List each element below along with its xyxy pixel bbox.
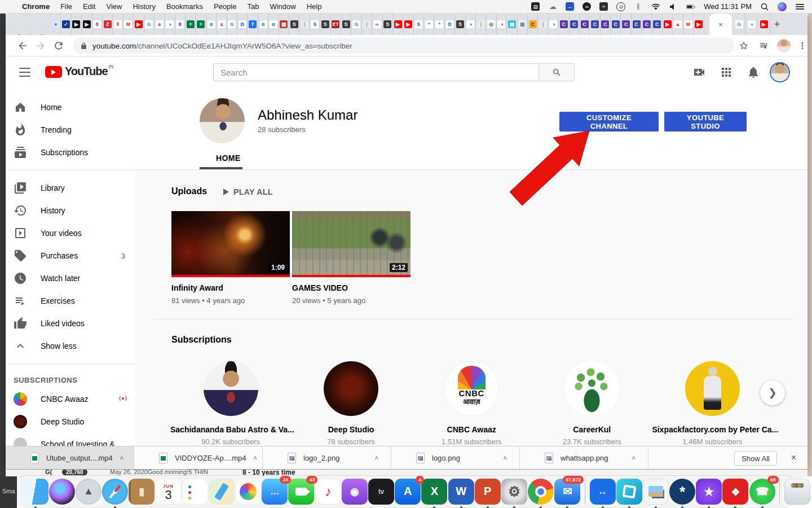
sidebar-item-library[interactable]: Library — [6, 177, 135, 199]
browser-tab[interactable]: $ — [414, 14, 424, 35]
dock-teamviewer-icon[interactable]: ↔ — [590, 479, 616, 505]
sidecar-icon[interactable]: ⌯ — [599, 2, 608, 11]
browser-tab[interactable]: C — [590, 14, 600, 35]
address-bar[interactable]: youtube.com/channel/UCoCkOdEe1AHJIqmYArW… — [73, 38, 734, 54]
browser-tab[interactable]: ◑ — [745, 14, 758, 35]
browser-tab[interactable]: C — [611, 14, 621, 35]
notification-center-icon[interactable] — [795, 2, 804, 11]
menu-item-window[interactable]: Window — [270, 2, 295, 11]
video-thumbnail[interactable]: 2:12 — [292, 211, 411, 277]
youtube-logo[interactable]: YouTube IN — [45, 65, 114, 78]
dock-mail-icon[interactable]: ✉37,972 — [554, 479, 580, 505]
channel-name[interactable]: CNBC Awaaz — [411, 425, 532, 434]
dock-appletv-icon[interactable]: tv — [368, 479, 394, 505]
sidebar-item-exercises[interactable]: Exercises — [6, 290, 135, 312]
video-card[interactable]: 2:12GAMES VIDEO20 views • 5 years ago — [292, 211, 411, 305]
download-item[interactable]: Utube_output....mp4˄ — [6, 446, 134, 469]
channel-name[interactable]: Sixpackfactory.com by Peter Ca... — [652, 425, 773, 434]
tab-home[interactable]: HOME — [216, 154, 241, 163]
browser-tab[interactable]: ET — [331, 14, 341, 35]
menu-item-help[interactable]: Help — [307, 2, 322, 11]
sidebar-item-liked-videos[interactable]: Liked videos — [6, 312, 135, 335]
browser-tab[interactable]: 8 — [92, 14, 103, 35]
dock-calendar-icon[interactable]: JUN3 — [156, 479, 182, 505]
sidebar-item-subscriptions[interactable]: Subscriptions — [6, 141, 135, 164]
download-chevron-icon[interactable]: ˄ — [375, 454, 378, 461]
sidebar-item-home[interactable]: Home — [6, 96, 135, 119]
channel-avatar[interactable] — [685, 361, 740, 416]
subscription-channel-card[interactable]: Deep Studio78 subscribers — [291, 361, 412, 446]
browser-tab[interactable]: ▲ — [673, 14, 683, 35]
dock-facetime-icon[interactable]: 43 — [288, 479, 314, 505]
dock-imovie-icon[interactable]: ★ — [696, 479, 722, 505]
browser-tab[interactable]: * — [424, 14, 434, 35]
sidebar-item-watch-later[interactable]: Watch later — [6, 267, 135, 290]
channel-avatar[interactable] — [204, 361, 258, 416]
dock-preview-icon[interactable] — [643, 479, 669, 505]
sidebar-item-your-videos[interactable]: Your videos — [6, 222, 135, 244]
volume-icon[interactable] — [669, 2, 678, 11]
extension-playlist-icon[interactable] — [759, 41, 770, 52]
browser-tab[interactable]: ▶ — [663, 14, 673, 35]
dock-word-icon[interactable]: W — [448, 479, 474, 505]
bookmark-star-icon[interactable] — [739, 41, 750, 52]
browser-tab[interactable]: ‖ — [113, 14, 123, 35]
video-title[interactable]: Infinity Award — [171, 283, 290, 292]
dock-finder-icon[interactable] — [23, 479, 48, 505]
channel-avatar[interactable] — [564, 361, 619, 416]
menu-item-people[interactable]: People — [214, 2, 236, 11]
browser-tab[interactable]: * — [434, 14, 444, 35]
sidebar-item-purchases[interactable]: Purchases3 — [6, 244, 135, 267]
browser-tab[interactable]: ● — [51, 14, 61, 35]
browser-tab[interactable]: B — [237, 14, 248, 35]
dock-clover-icon[interactable]: * — [669, 479, 695, 505]
dock-reddiamond-icon[interactable]: ◆ — [722, 479, 748, 505]
bluetooth-icon[interactable]: ᛒ — [634, 2, 643, 11]
download-chevron-icon[interactable]: ˄ — [504, 454, 507, 461]
menu-item-file[interactable]: File — [60, 2, 72, 11]
dock-trash-icon[interactable] — [784, 479, 810, 505]
browser-tab[interactable]: ▶ — [134, 14, 144, 35]
sidebar-subscription-school-of-investing-[interactable]: School of Investing & — [6, 433, 135, 446]
browser-tab[interactable]: ◑ — [165, 14, 175, 35]
customize-channel-button[interactable]: CUSTOMIZE CHANNEL — [559, 112, 659, 132]
browser-tab[interactable]: | — [362, 14, 372, 35]
dock-chrome-icon[interactable] — [528, 479, 554, 505]
account-avatar[interactable] — [771, 63, 789, 81]
dock-launchpad-icon[interactable]: ▲ — [76, 479, 102, 505]
browser-tab[interactable]: ◑ — [497, 14, 507, 35]
browser-tab[interactable]: f — [248, 14, 258, 35]
channel-avatar[interactable] — [324, 361, 378, 416]
channel-name[interactable]: Deep Studio — [291, 425, 412, 434]
downloads-close-icon[interactable]: × — [791, 453, 796, 463]
menu-app-name[interactable]: Chrome — [22, 2, 50, 11]
browser-tab[interactable]: + — [196, 14, 206, 35]
battery-icon[interactable] — [686, 2, 695, 11]
profile-avatar[interactable] — [777, 39, 791, 52]
menu-item-tab[interactable]: Tab — [247, 2, 259, 11]
sidebar-item-history[interactable]: History — [6, 199, 135, 222]
browser-tab[interactable]: S — [455, 14, 465, 35]
dock-sysprefs-icon[interactable]: ⚙ — [501, 479, 527, 505]
browser-tab[interactable]: ∞ — [372, 14, 382, 35]
browser-tab[interactable]: S — [289, 14, 299, 35]
browser-tab[interactable]: ▶ — [694, 14, 704, 35]
reload-button[interactable] — [53, 40, 64, 51]
browser-tab[interactable]: + — [186, 14, 196, 35]
browser-tab[interactable]: 8 — [175, 14, 186, 35]
forward-button[interactable] — [35, 40, 46, 51]
browser-tab[interactable]: G — [144, 14, 155, 35]
siri-icon[interactable] — [778, 2, 787, 11]
sidebar-item-show-less[interactable]: Show less — [6, 335, 135, 357]
browser-tab[interactable]: | — [299, 14, 310, 35]
dock-podcasts-icon[interactable]: ◉ — [342, 479, 368, 505]
menu-item-bookmarks[interactable]: Bookmarks — [166, 2, 203, 11]
download-chevron-icon[interactable]: ˄ — [632, 454, 636, 461]
sidebar-subscription-deep-studio[interactable]: Deep Studio — [6, 410, 135, 433]
browser-tab[interactable]: ▣ — [507, 14, 517, 35]
browser-tab[interactable]: G — [733, 14, 745, 35]
video-thumbnail[interactable]: 1:09 — [171, 211, 290, 277]
browser-tab[interactable]: ▦ — [518, 14, 528, 35]
browser-tab[interactable]: C — [559, 14, 569, 35]
browser-tab[interactable]: ✓ — [61, 14, 71, 35]
